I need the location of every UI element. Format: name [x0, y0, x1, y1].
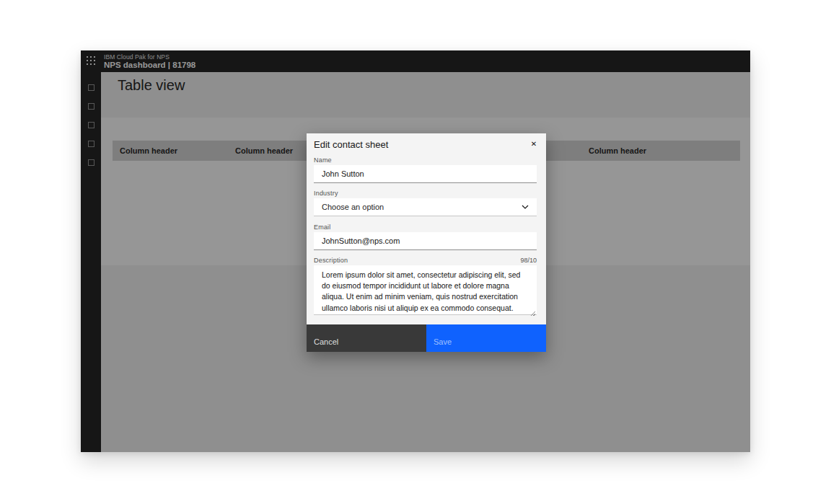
- email-input[interactable]: [314, 232, 537, 250]
- name-input[interactable]: [314, 165, 537, 183]
- app-window: IBM Cloud Pak for NPS NPS dashboard | 81…: [81, 50, 750, 452]
- name-label: Name: [314, 156, 332, 164]
- email-label: Email: [314, 224, 331, 231]
- chevron-down-icon: [522, 205, 529, 209]
- edit-contact-modal: Edit contact sheet ✕ Name Industry Choos…: [307, 133, 546, 352]
- save-button[interactable]: Save: [426, 324, 546, 352]
- description-textarea[interactable]: Lorem ipsum dolor sit amet, consectetur …: [314, 265, 537, 315]
- industry-selected-value: Choose an option: [322, 203, 384, 211]
- industry-label: Industry: [314, 190, 338, 197]
- close-icon[interactable]: ✕: [527, 138, 540, 151]
- modal-title: Edit contact sheet: [314, 139, 388, 150]
- modal-footer: Cancel Save: [307, 324, 546, 352]
- char-counter: 98/10: [520, 257, 537, 264]
- industry-select[interactable]: Choose an option: [314, 198, 537, 216]
- description-label: Description: [314, 257, 348, 264]
- cancel-button[interactable]: Cancel: [307, 324, 426, 352]
